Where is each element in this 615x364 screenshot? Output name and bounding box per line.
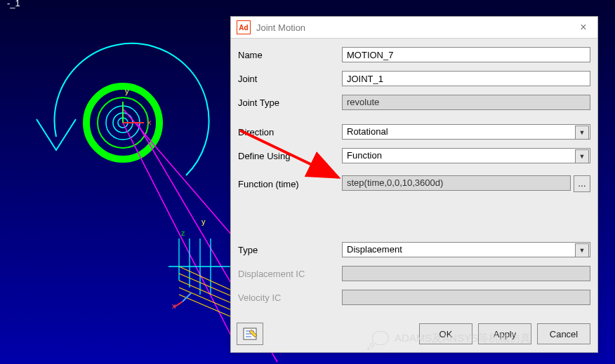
label-define-using: Define Using [238,151,342,161]
svg-text:y: y [125,87,129,95]
name-input[interactable] [342,47,590,62]
svg-text:x: x [147,118,152,126]
label-type: Type [238,245,342,255]
cancel-button[interactable]: Cancel [537,323,590,344]
label-joint-type: Joint Type [238,97,342,108]
direction-select[interactable]: Rotational [342,124,590,140]
type-select[interactable]: Displacement [342,242,590,257]
watermark-text: ADAMS及ANSYS等机械仿真 [395,332,531,345]
disp-ic-disabled [342,266,590,281]
joint-input[interactable] [342,71,590,86]
svg-line-26 [183,293,191,302]
function-time-field[interactable]: step(time,0,0,10,3600d) [342,175,571,191]
function-builder-button[interactable]: … [574,175,590,192]
label-vel-ic: Velocity IC [238,292,342,303]
label-joint: Joint [238,74,342,84]
dropdown-arrow-icon[interactable]: ▼ [575,149,589,163]
label-direction: Direction [238,127,342,137]
svg-text:z: z [181,229,185,237]
define-using-select[interactable]: Function [342,148,590,163]
dropdown-arrow-icon[interactable]: ▼ [575,243,589,257]
wechat-icon [372,331,389,345]
close-icon[interactable]: × [575,21,592,34]
dialog-titlebar[interactable]: Ad Joint Motion × [231,17,597,39]
label-disp-ic: Displacement IC [238,269,342,279]
joint-type-readonly: revolute [342,95,590,110]
notes-icon-button[interactable] [237,323,263,345]
adams-logo-icon: Ad [237,20,251,34]
svg-text:y: y [201,217,206,226]
dropdown-arrow-icon[interactable]: ▼ [575,126,589,140]
label-name: Name [238,50,342,60]
dialog-title: Joint Motion [256,22,305,33]
label-function-time: Function (time) [238,179,342,189]
watermark: ADAMS及ANSYS等机械仿真 [372,331,531,345]
vel-ic-disabled [342,290,590,305]
joint-motion-dialog: Ad Joint Motion × Name Joint Joint Type … [230,16,598,353]
